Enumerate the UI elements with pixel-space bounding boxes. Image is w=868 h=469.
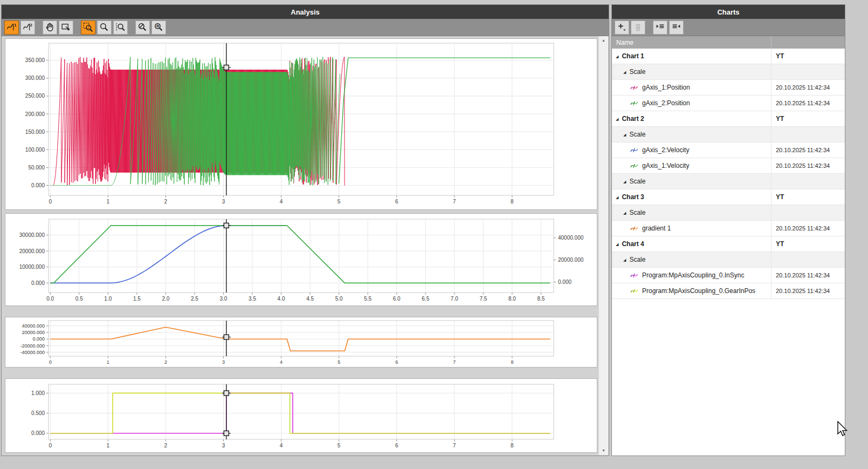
svg-text:0: 0 <box>49 199 52 205</box>
signal-label: gAxis_2:Velocity <box>642 146 689 154</box>
delete-icon <box>633 22 643 32</box>
pan-icon <box>45 22 55 32</box>
scale-label: Scale <box>629 256 645 263</box>
cursor-2-button[interactable]: 2 <box>20 21 35 35</box>
charts-stack: 350.000300.000250.000200.000150.000100.0… <box>5 36 597 453</box>
scale-label: Scale <box>629 178 645 185</box>
signal-row[interactable]: gAxis_2:Position20.10.2025 11:42:34 <box>612 96 845 111</box>
svg-text:6.5: 6.5 <box>422 296 429 302</box>
add-button[interactable] <box>615 21 629 35</box>
signal-row[interactable]: gAxis_2:Velocity20.10.2025 11:42:34 <box>612 142 845 158</box>
signal-row[interactable]: Program:MpAxisCoupling_0.InSync20.10.202… <box>612 268 845 283</box>
svg-text:8: 8 <box>511 443 514 448</box>
gradient-chart-card[interactable]: 40000.00020000.0000.000-20000.000-40000.… <box>5 317 597 368</box>
svg-text:350.000: 350.000 <box>25 57 45 63</box>
expander-icon[interactable]: ◢ <box>623 180 626 183</box>
digital-chart-card[interactable]: 1.0000.5000.000012345678 <box>5 378 597 453</box>
signal-row[interactable]: gAxis_1:Velocity20.10.2025 11:42:34 <box>612 158 845 174</box>
velocity-chart[interactable]: 30000.00020000.00010000.0000.00040000.00… <box>5 214 597 305</box>
zoom-out-button[interactable] <box>135 21 150 35</box>
signal-timestamp: 20.10.2025 11:42:34 <box>771 80 845 95</box>
signal-label: Program:MpAxisCoupling_0.GearInPos <box>642 287 755 295</box>
zoom-reset-icon: R <box>154 22 164 32</box>
position-chart[interactable]: 350.000300.000250.000200.000150.000100.0… <box>5 39 597 209</box>
expander-icon[interactable]: ◢ <box>616 55 618 58</box>
position-chart-card[interactable]: 350.000300.000250.000200.000150.000100.0… <box>5 38 597 210</box>
svg-text:1: 1 <box>107 199 110 205</box>
svg-text:2.5: 2.5 <box>191 296 198 302</box>
charts-title: Charts <box>717 8 739 16</box>
zoom-reset-button[interactable]: R <box>151 21 166 35</box>
scale-row[interactable]: ◢Scale <box>612 205 845 221</box>
svg-text:300.000: 300.000 <box>25 75 45 81</box>
scale-row[interactable]: ◢Scale <box>612 252 845 268</box>
chart-row[interactable]: ◢Chart 2YT <box>612 111 845 127</box>
velocity-chart-card[interactable]: 30000.00020000.00010000.0000.00040000.00… <box>5 213 597 306</box>
chart-row[interactable]: ◢Chart 3YT <box>612 189 845 205</box>
signal-row[interactable]: gAxis_1:Position20.10.2025 11:42:34 <box>612 80 845 96</box>
chart-row[interactable]: ◢Chart 4YT <box>612 236 845 252</box>
svg-text:2: 2 <box>164 443 168 448</box>
svg-text:7: 7 <box>453 199 456 205</box>
scrollbar-up-icon[interactable]: ▲ <box>599 36 608 45</box>
outdent-button[interactable] <box>669 21 684 35</box>
signal-label: Program:MpAxisCoupling_0.InSync <box>642 271 744 279</box>
signal-waveform-icon <box>630 225 639 232</box>
pan-view-button[interactable] <box>59 21 73 35</box>
svg-text:4.0: 4.0 <box>278 296 285 302</box>
expander-icon[interactable]: ◢ <box>623 70 626 74</box>
scrollbar-down-icon[interactable]: ▼ <box>599 446 608 455</box>
zoom-x-button[interactable] <box>113 21 128 35</box>
charts-grid: Name ◢Chart 1YT◢ScalegAxis_1:Position20.… <box>612 36 845 299</box>
pan-button[interactable] <box>43 21 57 35</box>
scale-row[interactable]: ◢Scale <box>612 174 845 189</box>
expander-icon[interactable]: ◢ <box>623 133 626 137</box>
svg-text:2: 2 <box>30 23 33 28</box>
svg-text:7: 7 <box>453 359 456 365</box>
chart-label: Chart 4 <box>622 240 644 248</box>
indent-button[interactable] <box>653 21 667 35</box>
charts-title-bar[interactable]: Charts <box>612 5 845 19</box>
svg-text:100.000: 100.000 <box>25 147 45 153</box>
scale-row[interactable]: ◢Scale <box>612 127 845 142</box>
svg-text:5.5: 5.5 <box>364 296 371 302</box>
gradient-chart[interactable]: 40000.00020000.0000.000-20000.000-40000.… <box>5 317 597 367</box>
svg-text:1: 1 <box>14 23 17 28</box>
cursor-1-icon: 1 <box>6 22 17 32</box>
value-column-header[interactable] <box>771 36 845 49</box>
zoom-selection-button[interactable] <box>81 21 95 35</box>
zoom-in-button[interactable] <box>97 21 112 35</box>
expander-icon[interactable]: ◢ <box>623 258 626 262</box>
analysis-toolbar: 12R <box>2 19 609 36</box>
svg-text:0.5: 0.5 <box>75 296 83 302</box>
expander-icon[interactable]: ◢ <box>616 117 618 121</box>
scale-label: Scale <box>629 131 645 138</box>
chart-row[interactable]: ◢Chart 1YT <box>612 49 845 64</box>
expander-icon[interactable]: ◢ <box>616 195 618 199</box>
svg-text:3.0: 3.0 <box>220 296 228 302</box>
svg-text:1.0: 1.0 <box>104 296 112 302</box>
name-column-header[interactable]: Name <box>612 36 771 49</box>
svg-text:20000.000: 20000.000 <box>22 330 45 335</box>
expander-icon[interactable]: ◢ <box>616 242 618 246</box>
svg-text:7.5: 7.5 <box>479 296 487 302</box>
svg-text:30000.000: 30000.000 <box>19 232 45 238</box>
svg-text:250.000: 250.000 <box>25 93 45 99</box>
expander-icon[interactable]: ◢ <box>623 211 626 215</box>
cursor-1-button[interactable]: 1 <box>4 21 19 35</box>
delete-button[interactable] <box>631 21 645 35</box>
scale-row[interactable]: ◢Scale <box>612 64 845 80</box>
signal-label: gAxis_2:Position <box>642 99 690 107</box>
analysis-scrollbar[interactable]: ▲ ▼ <box>598 36 608 455</box>
signal-row[interactable]: gradient 120.10.2025 11:42:34 <box>612 221 845 236</box>
signal-waveform-icon <box>630 271 639 279</box>
svg-text:0.000: 0.000 <box>31 182 45 188</box>
zoom-x-icon <box>115 22 126 32</box>
signal-row[interactable]: Program:MpAxisCoupling_0.GearInPos20.10.… <box>612 283 845 299</box>
svg-text:8: 8 <box>511 359 513 365</box>
digital-chart[interactable]: 1.0000.5000.000012345678 <box>5 379 597 452</box>
analysis-title-bar[interactable]: Analysis <box>2 5 609 19</box>
svg-text:-20000.000: -20000.000 <box>20 343 45 349</box>
svg-text:1.5: 1.5 <box>133 296 141 302</box>
svg-text:7: 7 <box>453 443 456 448</box>
